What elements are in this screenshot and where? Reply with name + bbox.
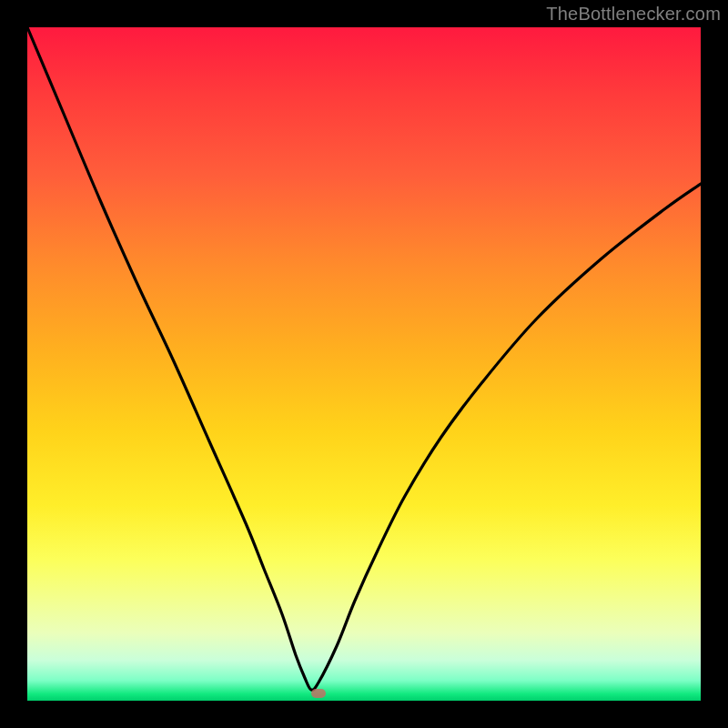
chart-frame: TheBottlenecker.com xyxy=(0,0,728,728)
watermark-text: TheBottlenecker.com xyxy=(546,4,721,25)
plot-area xyxy=(27,27,701,701)
bottleneck-curve xyxy=(27,27,701,701)
optimum-marker xyxy=(311,689,326,698)
